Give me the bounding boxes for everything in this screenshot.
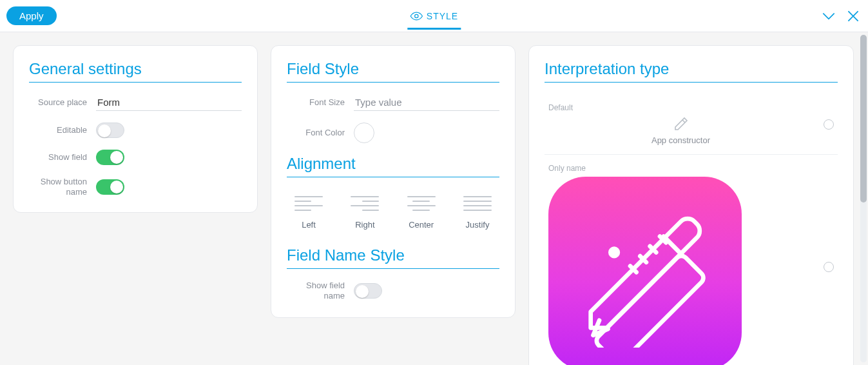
align-right-option[interactable]: Right	[345, 193, 384, 230]
source-place-row: Source place	[29, 94, 242, 111]
align-justify-option[interactable]: Justify	[458, 193, 497, 230]
editable-toggle[interactable]	[96, 123, 124, 138]
show-field-name-label: Show field name	[287, 281, 345, 301]
interpretation-title: Interpretation type	[545, 60, 838, 83]
interpretation-only-name-body: Only name	[548, 164, 813, 365]
align-left-option[interactable]: Left	[289, 193, 328, 230]
general-settings-card: General settings Source place Editable S…	[13, 45, 258, 213]
show-button-name-row: Show button name	[29, 177, 242, 197]
field-style-title: Field Style	[287, 60, 499, 83]
chevron-down-icon[interactable]	[820, 8, 837, 25]
topbar: Apply STYLE	[0, 0, 868, 32]
ruler-pencil-icon	[673, 116, 689, 132]
column-general: General settings Source place Editable S…	[13, 45, 258, 352]
align-right-label: Right	[355, 220, 374, 230]
content: General settings Source place Editable S…	[0, 32, 868, 365]
source-place-label: Source place	[29, 97, 87, 108]
align-justify-label: Justify	[466, 220, 490, 230]
font-color-swatch[interactable]	[354, 123, 374, 143]
interpretation-default-label: App constructor	[651, 135, 710, 145]
ruler-pencil-large-icon	[571, 199, 719, 348]
interpretation-only-name-caption: Only name	[548, 164, 586, 173]
close-icon[interactable]	[845, 8, 862, 25]
font-size-row: Font Size	[287, 94, 499, 111]
scrollbar-thumb[interactable]	[860, 35, 867, 202]
column-interpretation: Interpretation type Default App construc…	[528, 45, 854, 352]
field-name-style-title: Field Name Style	[287, 246, 499, 269]
interpretation-card: Interpretation type Default App construc…	[528, 45, 854, 365]
interpretation-only-name-radio[interactable]	[824, 262, 834, 272]
tab-style-label: STYLE	[427, 11, 458, 21]
font-color-row: Font Color	[287, 123, 499, 143]
svg-rect-1	[594, 253, 706, 348]
show-field-label: Show field	[29, 152, 87, 163]
apply-button[interactable]: Apply	[6, 6, 57, 25]
interpretation-default-radio[interactable]	[824, 119, 834, 130]
svg-point-2	[610, 249, 618, 257]
font-size-input[interactable]	[354, 94, 499, 111]
align-left-label: Left	[302, 220, 316, 230]
field-style-card: Field Style Font Size Font Color Alignme…	[271, 45, 516, 318]
align-justify-icon	[463, 193, 492, 213]
alignment-title: Alignment	[287, 155, 499, 177]
svg-point-0	[414, 14, 418, 17]
interpretation-default-body: Default App constructor	[548, 103, 813, 145]
alignment-options: Left Right Center	[287, 189, 499, 230]
show-button-name-toggle[interactable]	[96, 179, 124, 195]
topbar-actions	[820, 8, 862, 25]
eye-icon	[410, 12, 423, 21]
interpretation-option-only-name[interactable]: Only name	[545, 155, 838, 365]
show-field-row: Show field	[29, 150, 242, 165]
show-field-name-toggle[interactable]	[354, 283, 382, 299]
align-left-icon	[294, 193, 323, 213]
align-center-icon	[407, 193, 436, 213]
show-field-name-row: Show field name	[287, 281, 499, 301]
show-button-name-label: Show button name	[29, 177, 87, 197]
font-size-label: Font Size	[287, 97, 345, 108]
editable-row: Editable	[29, 123, 242, 138]
align-center-option[interactable]: Center	[402, 193, 441, 230]
interpretation-option-default[interactable]: Default App constructor	[545, 94, 838, 155]
tab-style[interactable]: STYLE	[407, 2, 461, 30]
interpretation-default-caption: Default	[548, 103, 573, 112]
general-settings-title: General settings	[29, 60, 242, 83]
editable-label: Editable	[29, 125, 87, 135]
show-field-toggle[interactable]	[96, 150, 124, 165]
align-right-icon	[351, 193, 379, 213]
source-place-input[interactable]	[96, 94, 242, 111]
column-field-style: Field Style Font Size Font Color Alignme…	[271, 45, 516, 352]
app-constructor-tile	[548, 177, 742, 365]
font-color-label: Font Color	[287, 128, 345, 138]
align-center-label: Center	[409, 220, 434, 230]
